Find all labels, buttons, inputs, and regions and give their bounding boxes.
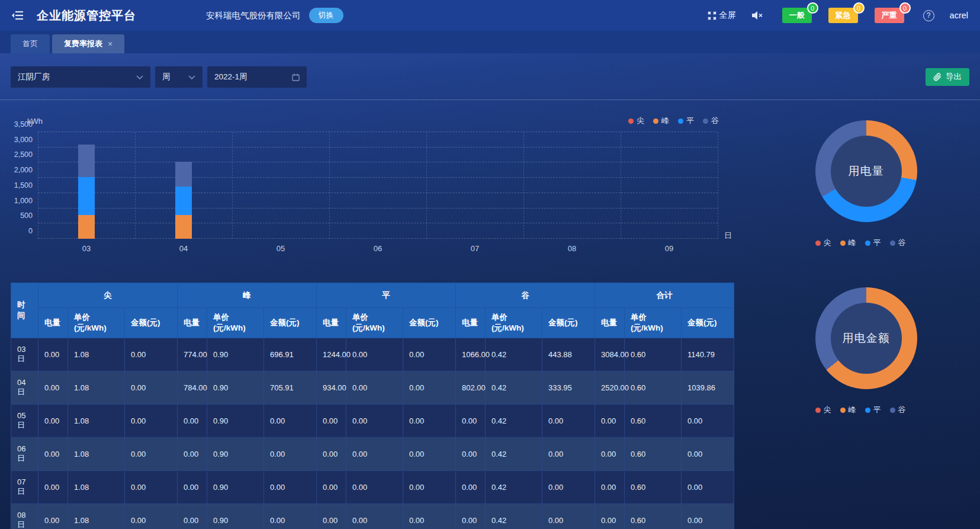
cell-time: 04日: [11, 371, 38, 405]
column-subheader: 金额(元): [264, 308, 317, 338]
table-cell: 0.00: [403, 371, 456, 405]
table-cell: 0.00: [125, 405, 178, 438]
cell-time: 05日: [11, 405, 38, 438]
alert-count-badge: 0: [853, 2, 865, 14]
export-label: 导出: [946, 72, 962, 82]
table-cell: 0.60: [625, 504, 682, 529]
username[interactable]: acrel: [950, 11, 968, 20]
legend-item-谷[interactable]: 谷: [890, 238, 906, 248]
gridline: [426, 132, 427, 239]
alert-badge-urgent[interactable]: 紧急 0: [828, 8, 858, 23]
tab-home[interactable]: 首页: [11, 34, 50, 53]
legend-item-尖[interactable]: 尖: [628, 116, 644, 126]
table-cell: 0.00: [38, 338, 68, 371]
table-row: 06日0.001.080.000.000.900.000.000.000.000…: [11, 438, 734, 471]
table-cell: 0.60: [625, 405, 682, 438]
export-button[interactable]: 导出: [926, 68, 969, 86]
table-cell: 0.42: [486, 504, 542, 529]
column-subheader: 电量: [456, 308, 486, 338]
table-cell: 0.00: [178, 471, 207, 504]
alert-badge-general[interactable]: 一般 0: [782, 8, 812, 23]
table-cell: 1066.00: [456, 338, 486, 371]
rate-report-table: 时间尖峰平谷合计电量单价(元/kWh)金额(元)电量单价(元/kWh)金额(元)…: [11, 283, 734, 529]
legend-item-平[interactable]: 平: [678, 116, 694, 126]
table-cell: 0.00: [38, 371, 68, 405]
table-cell: 0.00: [125, 338, 178, 371]
site-select[interactable]: 江阴厂房: [11, 66, 150, 88]
chevron-down-icon: [136, 75, 143, 79]
y-tick-label: 3,500: [14, 120, 33, 129]
gridline: [232, 132, 233, 239]
table-cell: 2520.00: [595, 371, 625, 405]
donut-center: 用电金额: [831, 303, 902, 374]
x-tick-label: 04: [179, 244, 188, 253]
gridline: [38, 238, 718, 239]
legend-item-平[interactable]: 平: [865, 405, 881, 415]
period-select[interactable]: 周: [155, 66, 203, 88]
mute-icon[interactable]: [751, 11, 763, 20]
tab-close-icon[interactable]: ×: [108, 39, 113, 49]
gridline: [38, 147, 718, 148]
donut-legend: 尖峰平谷: [815, 405, 917, 415]
legend-item-峰[interactable]: 峰: [840, 238, 856, 248]
bar-segment-平: [175, 187, 192, 215]
table-cell: 0.00: [178, 438, 207, 471]
company-selector: 安科瑞电气股份有限公司 切换: [206, 8, 343, 23]
y-tick-label: 500: [20, 211, 33, 220]
y-tick-label: 2,000: [14, 166, 33, 174]
table-cell: 0.00: [264, 438, 317, 471]
menu-fold-icon[interactable]: [12, 10, 24, 21]
legend-item-谷[interactable]: 谷: [703, 116, 719, 126]
legend-label: 尖: [824, 405, 831, 415]
table-cell: 0.00: [595, 471, 625, 504]
legend-item-平[interactable]: 平: [865, 238, 881, 248]
y-tick-label: 3,000: [14, 136, 33, 144]
table-cell: 0.00: [595, 405, 625, 438]
table-cell: 0.42: [486, 471, 542, 504]
table-cell: 0.00: [403, 405, 456, 438]
legend-item-尖[interactable]: 尖: [815, 405, 831, 415]
x-tick-label: 03: [82, 244, 91, 253]
gridline: [135, 132, 136, 239]
table-cell: 0.60: [625, 438, 682, 471]
table-cell: 0.00: [542, 471, 595, 504]
legend-item-峰[interactable]: 峰: [840, 405, 856, 415]
tab-rate-report[interactable]: 复费率报表 ×: [52, 34, 124, 53]
table-cell: 0.00: [317, 471, 346, 504]
fullscreen-button[interactable]: 全屏: [708, 10, 736, 21]
legend-label: 尖: [637, 116, 644, 126]
gridline: [329, 132, 330, 239]
legend-item-峰[interactable]: 峰: [653, 116, 669, 126]
switch-company-button[interactable]: 切换: [309, 8, 343, 23]
legend-label: 平: [686, 116, 694, 126]
gridline: [621, 132, 621, 239]
cell-time: 06日: [11, 438, 38, 471]
legend-item-尖[interactable]: 尖: [815, 238, 831, 248]
legend-dot-icon: [840, 408, 846, 413]
alert-badge-severe[interactable]: 严重 0: [875, 8, 904, 23]
table-cell: 0.00: [178, 405, 207, 438]
gridline: [38, 223, 718, 223]
table-cell: 0.00: [403, 471, 456, 504]
table-cell: 0.00: [317, 405, 346, 438]
table-cell: 0.00: [125, 371, 178, 405]
legend-dot-icon: [678, 118, 683, 124]
table-cell: 0.00: [317, 504, 346, 529]
table-cell: 0.00: [682, 438, 734, 471]
legend-item-谷[interactable]: 谷: [890, 405, 906, 415]
table-cell: 0.90: [207, 338, 264, 371]
table-cell: 0.00: [682, 471, 734, 504]
table-cell: 0.00: [456, 405, 486, 438]
column-group-header-平: 平: [317, 283, 456, 308]
legend-dot-icon: [653, 118, 658, 124]
date-picker[interactable]: 2022-1周: [207, 66, 307, 88]
gridline: [38, 162, 718, 162]
help-icon[interactable]: ?: [923, 10, 934, 21]
table-cell: 0.00: [682, 504, 734, 529]
table-row: 08日0.001.080.000.000.900.000.000.000.000…: [11, 504, 734, 529]
legend-label: 平: [873, 238, 881, 248]
cell-time: 03日: [11, 338, 38, 371]
table-row: 07日0.001.080.000.000.900.000.000.000.000…: [11, 471, 734, 504]
table-cell: 0.60: [625, 471, 682, 504]
cell-time: 07日: [11, 471, 38, 504]
